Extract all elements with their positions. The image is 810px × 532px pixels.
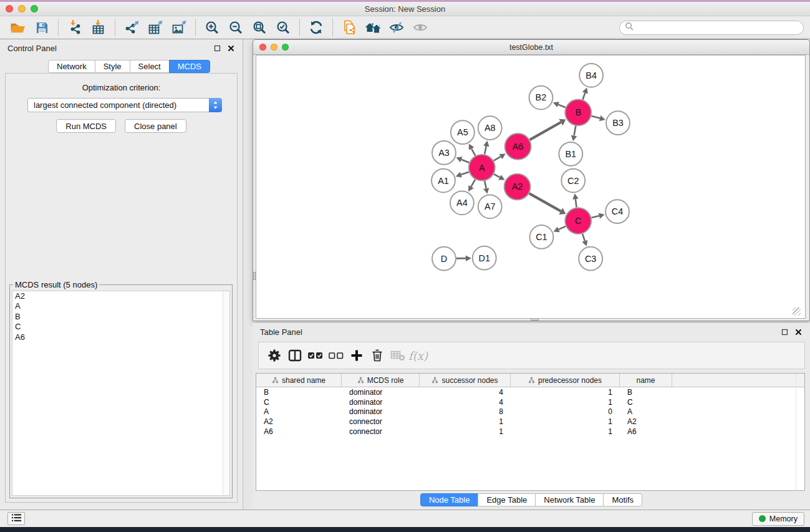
edge-C-C4[interactable]: [592, 216, 599, 218]
clone-network-button[interactable]: [337, 18, 361, 37]
optimization-criterion-select[interactable]: largest connected component (directed): [27, 98, 222, 112]
split-panel-button[interactable]: [284, 346, 305, 365]
toolbar-separator: [299, 19, 300, 36]
table-cell: A: [256, 407, 342, 416]
edge-A2-C[interactable]: [529, 193, 561, 211]
edge-arrowhead: [599, 115, 605, 121]
edge-B-B4[interactable]: [582, 93, 585, 100]
scrollbar-track[interactable]: [223, 291, 229, 495]
resize-grip-icon[interactable]: [793, 307, 801, 316]
status-list-button[interactable]: [7, 512, 25, 525]
run-mcds-button[interactable]: Run MCDS: [56, 119, 116, 133]
hide-selected-button[interactable]: [385, 18, 408, 37]
zoom-selected-button[interactable]: [271, 18, 295, 37]
float-panel-icon[interactable]: [213, 44, 221, 52]
export-network-button[interactable]: [120, 18, 143, 37]
column-header-predecessor-nodes[interactable]: predecessor nodes: [511, 374, 620, 387]
refresh-icon: [309, 20, 324, 35]
tab-network[interactable]: Network: [48, 60, 95, 73]
node-label: A7: [485, 201, 496, 211]
deselect-all-button[interactable]: [325, 346, 346, 365]
select-all-button[interactable]: [305, 346, 325, 365]
table-cell: 1: [420, 417, 511, 426]
edge-C-C3[interactable]: [582, 234, 585, 241]
tab-motifs[interactable]: Motifs: [603, 493, 642, 506]
toolbar-separator: [58, 19, 59, 36]
clone-network-icon: [342, 20, 357, 35]
column-header-shared-name[interactable]: shared name: [256, 374, 342, 387]
zoom-fit-button[interactable]: [248, 18, 271, 37]
table-row[interactable]: A6connector11A6: [256, 427, 804, 437]
table-cell: B: [256, 388, 342, 397]
export-image-button[interactable]: [167, 18, 191, 37]
edge-B-B1[interactable]: [574, 126, 576, 136]
tab-node-table[interactable]: Node Table: [420, 493, 479, 506]
close-panel-button[interactable]: Close panel: [125, 119, 186, 133]
edge-A-A5[interactable]: [471, 148, 475, 155]
canvas-grip-bottom[interactable]: [531, 318, 539, 321]
zoom-in-button[interactable]: [200, 18, 224, 37]
memory-status-icon: [759, 515, 766, 522]
table-row[interactable]: Bdominator41B: [256, 387, 804, 397]
table-row[interactable]: Adominator80A: [256, 407, 804, 417]
search-box[interactable]: [619, 21, 804, 35]
node-label: C1: [536, 232, 547, 242]
table-cell: C: [256, 398, 342, 407]
edge-A-A7[interactable]: [485, 181, 486, 188]
close-table-panel-icon[interactable]: [794, 328, 803, 336]
delete-column-button[interactable]: [367, 346, 387, 365]
open-file-button[interactable]: [6, 18, 30, 37]
tab-mcds[interactable]: MCDS: [169, 60, 210, 73]
add-column-button[interactable]: [346, 346, 367, 365]
memory-button[interactable]: Memory: [752, 512, 804, 526]
app-title: Session: New Session: [0, 4, 810, 14]
import-table-button[interactable]: [87, 18, 110, 37]
column-header-name[interactable]: name: [620, 374, 672, 387]
mcds-result-list[interactable]: A2ABCA6: [12, 291, 230, 496]
edge-A-A8[interactable]: [485, 146, 486, 154]
table-scrollbar-line: [796, 374, 796, 490]
tab-style[interactable]: Style: [95, 60, 130, 73]
result-item[interactable]: A2: [12, 291, 229, 301]
search-input[interactable]: [637, 23, 798, 32]
tab-edge-table[interactable]: Edge Table: [478, 493, 536, 506]
tab-network-table[interactable]: Network Table: [535, 493, 604, 506]
toolbar-separator: [195, 19, 196, 36]
tab-select[interactable]: Select: [130, 60, 170, 73]
network-canvas[interactable]: B4B2BB3A8A5A6A3B1AA1C2A2A4A7C4CC1C3DD1: [256, 55, 806, 319]
network-window-titlebar[interactable]: testGlobe.txt: [253, 40, 809, 55]
table-cell: A6: [620, 427, 672, 436]
edge-C-C2[interactable]: [576, 199, 577, 207]
export-table-button[interactable]: [143, 18, 167, 37]
home-button[interactable]: [361, 18, 385, 37]
import-network-button[interactable]: [63, 18, 87, 37]
zoom-out-button[interactable]: [224, 18, 248, 37]
column-header-successor-nodes[interactable]: successor nodes: [420, 374, 511, 387]
result-item[interactable]: A6: [12, 332, 229, 342]
edge-B-B3[interactable]: [591, 116, 600, 118]
edge-A-A6[interactable]: [494, 157, 501, 161]
save-session-button[interactable]: [30, 18, 54, 37]
function-builder-icon: f(x): [408, 349, 428, 362]
result-item[interactable]: C: [12, 322, 229, 332]
table-row[interactable]: Cdominator41C: [256, 397, 804, 407]
column-header-MCDS-role[interactable]: MCDS role: [342, 374, 420, 387]
table-panel-tabs: Node TableEdge TableNetwork TableMotifs: [253, 493, 810, 506]
close-panel-icon[interactable]: [227, 44, 235, 52]
edge-A-A2[interactable]: [494, 174, 500, 177]
edge-A-A3[interactable]: [461, 160, 470, 163]
refresh-button[interactable]: [304, 18, 328, 37]
chevron-up-down-icon: [209, 98, 222, 112]
canvas-grip-left[interactable]: [253, 272, 256, 280]
table-row[interactable]: A2connector11A2: [256, 417, 804, 427]
edge-A-A1[interactable]: [461, 172, 469, 175]
edge-A-A4[interactable]: [471, 180, 476, 187]
deselect-all-icon: [328, 351, 344, 360]
edge-B-B2[interactable]: [558, 105, 566, 108]
settings-gear-button[interactable]: [264, 346, 284, 365]
result-item[interactable]: A: [12, 301, 229, 311]
result-item[interactable]: B: [12, 312, 229, 322]
edge-A6-B[interactable]: [530, 122, 561, 140]
edge-C-C1[interactable]: [559, 226, 566, 230]
float-table-panel-icon[interactable]: [781, 328, 789, 336]
